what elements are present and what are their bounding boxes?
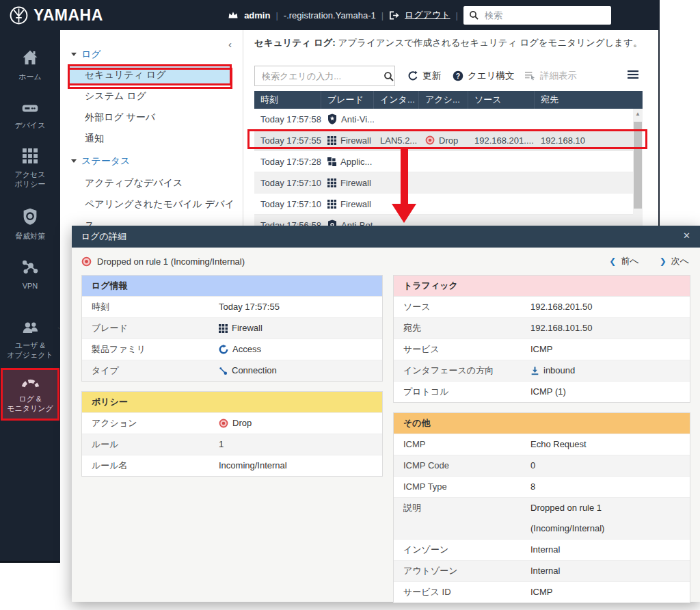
close-icon[interactable]: ✕	[683, 230, 690, 241]
firewall-icon	[327, 200, 336, 209]
query-syntax-button[interactable]: ? クエリ構文	[453, 66, 514, 86]
column-header[interactable]: 時刻	[254, 91, 321, 109]
detail-value-text: Incoming/Internal	[219, 455, 287, 476]
column-header[interactable]: ソース	[468, 91, 535, 109]
modal-title: ログの詳細	[81, 230, 126, 243]
column-header[interactable]: アクシ...	[419, 91, 468, 109]
nav-group-label: ステータス	[81, 150, 130, 171]
query-syntax-label: クエリ構文	[468, 70, 514, 82]
detail-value-text: 192.168.201.50	[530, 297, 592, 317]
firewall-icon	[327, 178, 336, 187]
detail-value-text: inbound	[543, 360, 575, 381]
menu-icon[interactable]	[628, 69, 638, 80]
detail-value: Internal	[530, 561, 560, 581]
detail-label: 時刻	[82, 297, 219, 317]
anti-virus-icon	[327, 114, 337, 124]
cell-blade: Anti-Vi...	[321, 114, 374, 124]
detail-value: 192.168.101.50	[530, 318, 592, 339]
stray-mark: 、	[57, 319, 66, 331]
firewall-icon	[327, 136, 336, 145]
blade-label: Anti-Vi...	[341, 114, 374, 124]
global-search-input[interactable]	[483, 10, 606, 21]
security-log-table: 時刻ブレードインタ...アクシ...ソース宛先 Today 17:57:58An…	[254, 91, 643, 236]
detail-row: アウトゾーンInternal	[394, 560, 690, 581]
detail-row: ルール1	[82, 434, 382, 455]
logout-link[interactable]: ログアウト	[405, 9, 450, 21]
detail-value: 0	[530, 455, 535, 476]
next-label: 次へ	[671, 255, 689, 267]
users-objects-icon	[21, 321, 40, 334]
details-view-icon	[525, 70, 536, 81]
details-view-button[interactable]: 詳細表示	[525, 66, 577, 86]
next-log-button[interactable]: ❯ 次へ	[660, 255, 689, 267]
table-row[interactable]: Today 17:57:10Firewall	[254, 172, 643, 194]
sidebar-item-threat-prevention[interactable]: 脅威対策	[0, 208, 60, 241]
yamaha-logo-icon	[10, 6, 28, 25]
table-scrollbar[interactable]: ▲	[633, 109, 643, 232]
sidebar-item-label: VPN	[0, 281, 60, 291]
collapse-panel-icon[interactable]: ‹	[228, 38, 232, 50]
cell-blade: Firewall	[321, 199, 374, 209]
access-icon	[219, 345, 228, 354]
refresh-label: 更新	[422, 70, 441, 82]
prev-label: 前へ	[621, 255, 638, 267]
chevron-right-icon: ❯	[660, 256, 667, 266]
table-row[interactable]: Today 17:57:55FirewallLAN5.2...Drop192.1…	[254, 130, 643, 151]
table-header-row: 時刻ブレードインタ...アクシ...ソース宛先	[254, 91, 643, 109]
sidebar-item-notifications[interactable]: 通知	[60, 128, 243, 149]
sidebar-item-security-log[interactable]: セキュリティ ログ	[68, 64, 232, 85]
section-traffic: トラフィックソース192.168.201.50宛先192.168.101.50サ…	[393, 275, 690, 403]
refresh-button[interactable]: 更新	[407, 66, 441, 86]
nav-group-status[interactable]: ステータス	[60, 149, 243, 172]
sidebar-item-access-policy[interactable]: アクセス ポリシー	[0, 148, 60, 189]
section-header: ログ情報	[82, 276, 382, 296]
sidebar-item-external-log-server[interactable]: 外部ログ サーバ	[60, 107, 243, 128]
sidebar-item-logs-monitoring[interactable]: ログ & モニタリング	[1, 368, 59, 421]
log-query-box[interactable]	[254, 66, 395, 86]
table-row[interactable]: Today 17:57:28Applic...	[254, 151, 643, 172]
global-search-box[interactable]	[463, 6, 611, 25]
column-header[interactable]: 宛先	[535, 91, 643, 109]
detail-value-text: Echo Request	[530, 434, 587, 455]
modal-status-text: Dropped on rule 1 (Incoming/Internal)	[97, 256, 245, 267]
nav-group-log[interactable]: ログ	[60, 44, 243, 64]
detail-label: ICMP Code	[394, 455, 530, 476]
annotation-arrow-head	[392, 204, 416, 223]
sidebar-item-paired-mobile-devices[interactable]: ペアリングされたモバイル デバイス	[60, 194, 243, 215]
table-row[interactable]: Today 17:57:58Anti-Vi...	[254, 109, 643, 130]
detail-value: 192.168.201.50	[530, 297, 592, 317]
sidebar-item-devices[interactable]: デバイス	[0, 103, 60, 130]
detail-label: サービス	[394, 339, 530, 360]
detail-value-text: Firewall	[232, 318, 262, 339]
scrollbar-thumb[interactable]	[634, 122, 642, 209]
column-header[interactable]: ブレード	[321, 91, 374, 109]
detail-label: インタフェースの方向	[394, 360, 530, 381]
prev-log-button[interactable]: ❮ 前へ	[609, 255, 638, 267]
detail-value: Drop	[219, 413, 252, 434]
detail-row: 時刻Today 17:57:55	[82, 296, 382, 317]
detail-value-text: Internal	[530, 561, 560, 581]
detail-value: Echo Request	[530, 434, 587, 455]
scrollbar-up-arrow[interactable]: ▲	[633, 109, 643, 118]
detail-value: ICMP	[530, 582, 553, 602]
detail-label: 説明	[394, 498, 530, 539]
sidebar-item-vpn[interactable]: VPN	[0, 259, 60, 291]
access-policy-icon	[23, 148, 38, 163]
cell-time: Today 17:57:58	[254, 114, 321, 124]
detail-row: サービス IDICMP	[394, 581, 690, 602]
cell-time: Today 17:57:10	[254, 178, 321, 188]
sidebar-item-system-log[interactable]: システム ログ	[60, 85, 243, 107]
sidebar-item-active-devices[interactable]: アクティブなデバイス	[60, 172, 243, 194]
sidebar-item-users-objects[interactable]: ユーザ & オブジェクト	[0, 321, 60, 360]
detail-row: ルール名Incoming/Internal	[82, 455, 382, 476]
blade-label: Applic...	[340, 157, 372, 167]
section-other: その他ICMPEcho RequestICMP Code0ICMP Type8説…	[393, 412, 690, 603]
device-icon	[21, 103, 39, 114]
column-header[interactable]: インタ...	[374, 91, 419, 109]
table-row[interactable]: Today 17:57:10Firewall	[254, 194, 643, 215]
sidebar-item-home[interactable]: ホーム	[0, 49, 60, 81]
log-query-input[interactable]	[260, 70, 383, 82]
separator: |	[275, 10, 278, 21]
cell-time: Today 17:57:55	[254, 135, 321, 146]
detail-row: ICMP Code0	[394, 455, 690, 476]
